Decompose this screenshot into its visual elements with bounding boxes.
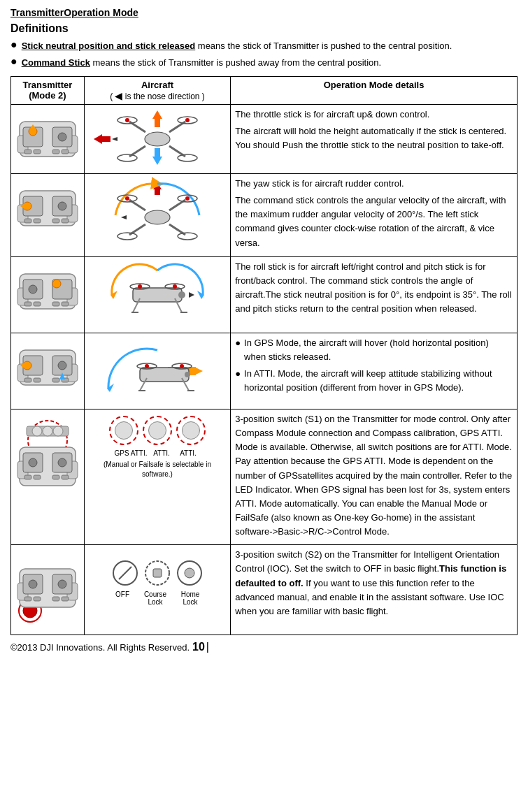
op-text-6: 3-position switch (S2) on the Transmitte… [235,548,513,618]
svg-point-53 [178,233,197,240]
svg-point-27 [125,118,129,122]
aircraft-header-sub: ( ◀ is the nose direction ) [110,92,205,101]
svg-rect-9 [52,150,59,154]
op-cell-2: The yaw stick is for aircraft rudder con… [231,174,518,257]
switch-note-5: (Manual or Failsafe is selectable in sof… [89,460,226,479]
ioc-switch-course [144,560,171,586]
svg-rect-116 [34,475,41,479]
ioc-content-6: OFF Course Lock Home Lock [89,548,226,618]
col-operation-header: Operation Mode details [231,77,518,105]
svg-point-112 [29,458,37,467]
svg-point-141 [185,568,194,578]
svg-rect-17 [155,148,160,158]
svg-point-26 [178,154,197,161]
svg-point-102 [145,364,149,368]
svg-rect-115 [24,475,31,479]
svg-rect-90 [52,378,59,382]
op-cell-4: ● In GPS Mode, the aircraft will hover (… [231,333,518,409]
svg-rect-97 [140,368,189,382]
switch-labels-5: GPS ATTI. ATTI. ATTI. [114,449,201,457]
bullet-dot-2: ● [10,56,17,67]
svg-point-54 [125,196,129,201]
tx-svg-2 [16,177,79,233]
svg-rect-70 [133,288,182,302]
svg-point-122 [53,426,63,436]
op-text-2: The yaw stick is for aircraft rudder con… [235,177,513,250]
tx-cell-2 [11,174,85,257]
switch-content-5: GPS ATTI. ATTI. ATTI. (Manual or Failsaf… [89,412,226,482]
svg-rect-65 [34,302,41,306]
op-bullet-4-1: ● In GPS Mode, the aircraft will hover (… [235,336,513,364]
svg-rect-66 [52,302,59,306]
aircraft-cell-1 [84,105,230,174]
section-title: Definitions [10,22,518,35]
tx-svg-1 [16,108,79,164]
svg-point-121 [43,426,52,436]
definition-item-1: ● Stick neutral position and stick relea… [10,39,518,53]
svg-rect-37 [24,219,31,223]
svg-point-77 [178,291,185,298]
op-text-5: 3-position switch (S1) on the Transmitte… [235,412,513,539]
svg-point-131 [58,580,66,588]
table-row-1: The throttle stick is for aircraft up& d… [11,105,518,174]
footer: ©2013 DJI Innovations. All Rights Reserv… [10,641,518,653]
svg-rect-89 [34,378,41,382]
svg-point-52 [117,233,137,240]
tx-cell-6 [11,545,85,635]
svg-rect-133 [34,597,41,601]
tx-cell-3 [11,257,85,333]
svg-marker-78 [189,292,194,298]
svg-rect-13 [155,117,160,127]
op-cell-5: 3-position switch (S1) on the Transmitte… [231,409,518,545]
bullet-dot-1: ● [10,39,17,50]
tx-svg-6 [16,548,79,632]
aircraft-svg-3 [91,260,224,330]
svg-rect-139 [153,569,162,577]
svg-rect-15 [101,136,110,142]
table-row-3: The roll stick is for aircraft left/righ… [11,257,518,333]
ioc-switch-home [176,560,203,586]
svg-rect-67 [62,302,69,306]
tx-svg-4 [16,336,79,392]
copyright: ©2013 DJI Innovations. All Rights Reserv… [10,642,190,653]
aircraft-svg-4 [91,336,224,406]
page-number: 10 [192,641,205,653]
aircraft-cell-3 [84,257,230,333]
op-text-1: The throttle stick is for aircraft up& d… [235,108,513,152]
svg-point-103 [180,364,184,368]
table-row-6: OFF Course Lock Home Lock 3-position swi… [11,545,518,635]
table-header-row: Transmitter(Mode 2) Aircraft ( ◀ is the … [11,77,518,105]
svg-rect-10 [62,150,69,154]
svg-point-87 [58,361,66,370]
svg-rect-64 [24,302,31,306]
svg-point-75 [138,284,142,289]
definition-list: ● Stick neutral position and stick relea… [10,39,518,69]
switch-pos-1 [109,416,138,445]
svg-rect-40 [62,219,69,223]
ioc-switches [112,560,203,586]
svg-point-120 [32,426,42,436]
aircraft-cell-4 [84,333,230,409]
op-cell-3: The roll stick is for aircraft left/righ… [231,257,518,333]
tx-cell-5 [11,409,85,545]
svg-rect-135 [62,597,69,601]
aircraft-cell-2 [84,174,230,257]
table-row-4: ● In GPS Mode, the aircraft will hover (… [11,333,518,409]
svg-rect-7 [24,150,31,154]
aircraft-cell-6: OFF Course Lock Home Lock [84,545,230,635]
switch-circles-5 [109,416,206,445]
tx-cell-1 [11,105,85,174]
svg-rect-38 [34,219,41,223]
switch-pos-2 [143,416,172,445]
aircraft-cell-5: GPS ATTI. ATTI. ATTI. (Manual or Failsaf… [84,409,230,545]
definition-term-1: Stick neutral position and stick release… [22,39,452,53]
svg-marker-29 [112,137,117,141]
ioc-labels: OFF Course Lock Home Lock [109,590,206,606]
col-transmitter-header: Transmitter(Mode 2) [11,77,85,105]
svg-point-45 [145,210,170,224]
svg-rect-39 [52,219,59,223]
op-cell-6: 3-position switch (S2) on the Transmitte… [231,545,518,635]
ioc-switch-off [112,560,138,586]
svg-point-36 [58,202,66,210]
svg-rect-134 [52,597,59,601]
